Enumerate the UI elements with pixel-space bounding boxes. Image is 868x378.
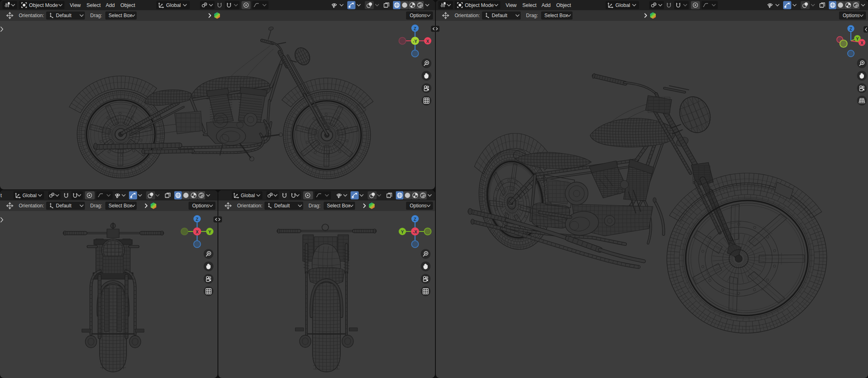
svg-text:Global: Global [22, 193, 37, 198]
svg-text:X: X [860, 40, 863, 45]
svg-text:Default: Default [56, 13, 72, 18]
svg-text:Orientation:: Orientation: [19, 203, 44, 209]
svg-text:Object: Object [556, 2, 571, 8]
svg-text:Default: Default [274, 203, 290, 209]
svg-text:X: X [426, 39, 429, 44]
svg-text:Orientation:: Orientation: [19, 13, 44, 18]
svg-text:View: View [70, 2, 81, 8]
svg-text:View: View [506, 2, 517, 8]
svg-text:Z: Z [196, 217, 199, 222]
svg-text:-Y: -Y [413, 39, 417, 44]
svg-text:Y: Y [208, 229, 211, 234]
svg-text:Options: Options [843, 13, 859, 18]
svg-text:Drag:: Drag: [90, 13, 102, 18]
svg-text:Drag:: Drag: [90, 203, 102, 209]
svg-text:Y: Y [856, 36, 859, 41]
svg-text:Select: Select [522, 2, 537, 8]
svg-text:Z: Z [850, 27, 852, 31]
svg-text:Orientation:: Orientation: [455, 13, 480, 18]
svg-text:Options: Options [410, 13, 426, 18]
svg-text:Select Box: Select Box [109, 203, 132, 209]
svg-text:Global: Global [241, 193, 255, 198]
svg-text:Object Mode: Object Mode [465, 2, 494, 8]
svg-text:Z: Z [414, 26, 417, 31]
svg-text:Options: Options [192, 203, 209, 209]
svg-text:-X: -X [413, 229, 417, 234]
svg-text:Select Box: Select Box [109, 13, 132, 18]
svg-text:Add: Add [542, 2, 551, 8]
svg-text:Select Box: Select Box [544, 13, 568, 18]
svg-text:Z: Z [414, 217, 417, 222]
svg-text:Global: Global [615, 2, 630, 8]
svg-text:Orientation:: Orientation: [237, 203, 262, 209]
svg-text:Drag:: Drag: [309, 203, 320, 209]
svg-text:Add: Add [106, 2, 115, 8]
svg-text:Options: Options [410, 203, 426, 209]
svg-text:Object Mode: Object Mode [29, 2, 58, 8]
svg-text:Select: Select [87, 2, 101, 8]
svg-text:Default: Default [56, 203, 72, 209]
svg-text:X: X [195, 229, 198, 234]
svg-text:Global: Global [166, 2, 181, 8]
svg-text:Y: Y [401, 229, 404, 234]
svg-text:Drag:: Drag: [526, 13, 538, 18]
svg-text:Default: Default [492, 13, 508, 18]
svg-text:Select Box: Select Box [327, 203, 350, 209]
svg-text:Object: Object [120, 2, 135, 8]
svg-text:t: t [0, 193, 2, 198]
